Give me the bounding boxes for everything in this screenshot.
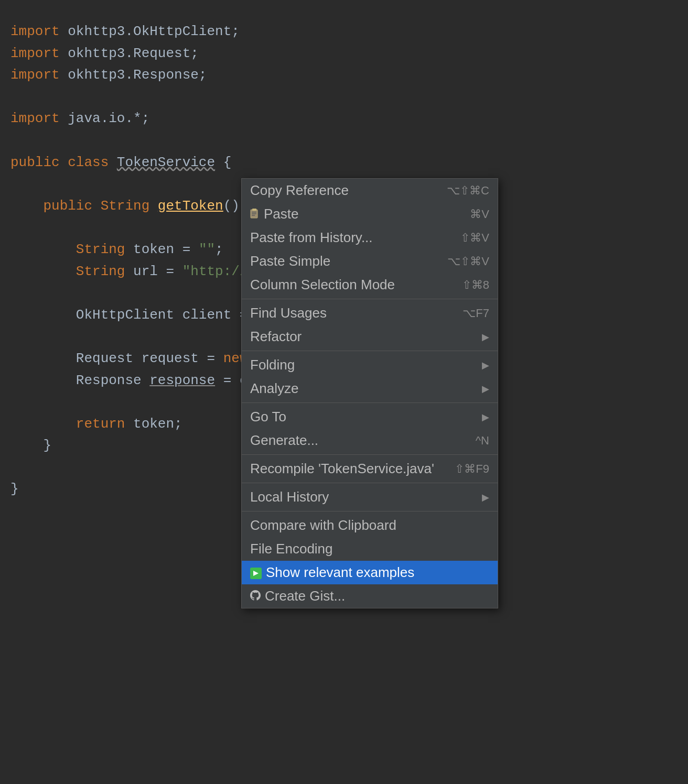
copy-reference-label: Copy Reference — [250, 182, 349, 199]
code-line-7: public class TokenService { — [10, 152, 688, 174]
show-examples-label: Show relevant examples — [266, 564, 414, 581]
keyword: import — [10, 21, 68, 43]
svg-marker-5 — [253, 571, 259, 576]
separator-6 — [242, 511, 498, 511]
paste-label: Paste — [264, 206, 299, 222]
menu-item-generate[interactable]: Generate... ^N — [242, 429, 498, 452]
menu-item-paste[interactable]: Paste ⌘V — [242, 202, 498, 226]
separator-4 — [242, 454, 498, 455]
go-to-arrow-icon: ▶ — [482, 411, 489, 423]
folding-label: Folding — [250, 357, 295, 373]
copy-reference-shortcut: ⌥⇧⌘C — [447, 184, 489, 198]
paste-history-shortcut: ⇧⌘V — [460, 231, 489, 245]
find-usages-label: Find Usages — [250, 305, 327, 321]
svg-rect-1 — [252, 209, 256, 211]
menu-item-paste-simple[interactable]: Paste Simple ⌥⇧⌘V — [242, 249, 498, 273]
code-line-1: import okhttp3.OkHttpClient; — [10, 21, 688, 43]
menu-item-show-examples[interactable]: Show relevant examples — [242, 561, 498, 584]
github-icon — [250, 588, 261, 604]
code-line-6 — [10, 130, 688, 152]
svg-rect-4 — [252, 215, 255, 216]
generate-label: Generate... — [250, 432, 318, 449]
menu-item-copy-reference[interactable]: Copy Reference ⌥⇧⌘C — [242, 179, 498, 202]
refactor-label: Refactor — [250, 329, 302, 345]
refactor-arrow-icon: ▶ — [482, 331, 489, 343]
menu-item-local-history[interactable]: Local History ▶ — [242, 485, 498, 509]
menu-item-create-gist[interactable]: Create Gist... — [242, 584, 498, 608]
analyze-arrow-icon: ▶ — [482, 383, 489, 395]
context-menu: Copy Reference ⌥⇧⌘C Paste ⌘V Paste from … — [241, 178, 498, 608]
compare-clipboard-label: Compare with Clipboard — [250, 517, 396, 533]
paste-icon — [250, 206, 260, 222]
menu-item-file-encoding[interactable]: File Encoding — [242, 537, 498, 561]
folding-arrow-icon: ▶ — [482, 360, 489, 371]
paste-simple-shortcut: ⌥⇧⌘V — [447, 255, 489, 268]
code-line-4 — [10, 86, 688, 108]
svg-rect-3 — [252, 213, 256, 214]
separator-3 — [242, 402, 498, 403]
recompile-label: Recompile 'TokenService.java' — [250, 461, 434, 477]
menu-item-folding[interactable]: Folding ▶ — [242, 353, 498, 377]
menu-item-paste-history[interactable]: Paste from History... ⇧⌘V — [242, 226, 498, 249]
generate-shortcut: ^N — [476, 434, 489, 448]
paste-simple-label: Paste Simple — [250, 253, 330, 269]
menu-item-analyze[interactable]: Analyze ▶ — [242, 377, 498, 400]
svg-rect-2 — [252, 212, 256, 213]
find-usages-shortcut: ⌥F7 — [463, 307, 489, 320]
separator-1 — [242, 299, 498, 299]
separator-5 — [242, 483, 498, 483]
relevant-examples-icon — [250, 564, 262, 581]
paste-history-label: Paste from History... — [250, 230, 373, 246]
menu-item-find-usages[interactable]: Find Usages ⌥F7 — [242, 301, 498, 325]
file-encoding-label: File Encoding — [250, 541, 333, 557]
separator-2 — [242, 351, 498, 351]
paste-shortcut: ⌘V — [470, 208, 489, 221]
code-line-3: import okhttp3.Response; — [10, 64, 688, 86]
menu-item-recompile[interactable]: Recompile 'TokenService.java' ⇧⌘F9 — [242, 457, 498, 481]
column-selection-shortcut: ⇧⌘8 — [462, 278, 489, 292]
analyze-label: Analyze — [250, 380, 299, 397]
local-history-arrow-icon: ▶ — [482, 492, 489, 503]
menu-item-compare-clipboard[interactable]: Compare with Clipboard — [242, 514, 498, 537]
go-to-label: Go To — [250, 409, 286, 425]
code-line-2: import okhttp3.Request; — [10, 43, 688, 65]
menu-item-column-selection[interactable]: Column Selection Mode ⇧⌘8 — [242, 273, 498, 297]
recompile-shortcut: ⇧⌘F9 — [455, 462, 489, 476]
local-history-label: Local History — [250, 489, 329, 505]
column-selection-label: Column Selection Mode — [250, 277, 395, 293]
menu-item-go-to[interactable]: Go To ▶ — [242, 405, 498, 429]
create-gist-label: Create Gist... — [265, 588, 345, 604]
code-line-5: import java.io.*; — [10, 108, 688, 130]
menu-item-refactor[interactable]: Refactor ▶ — [242, 325, 498, 349]
